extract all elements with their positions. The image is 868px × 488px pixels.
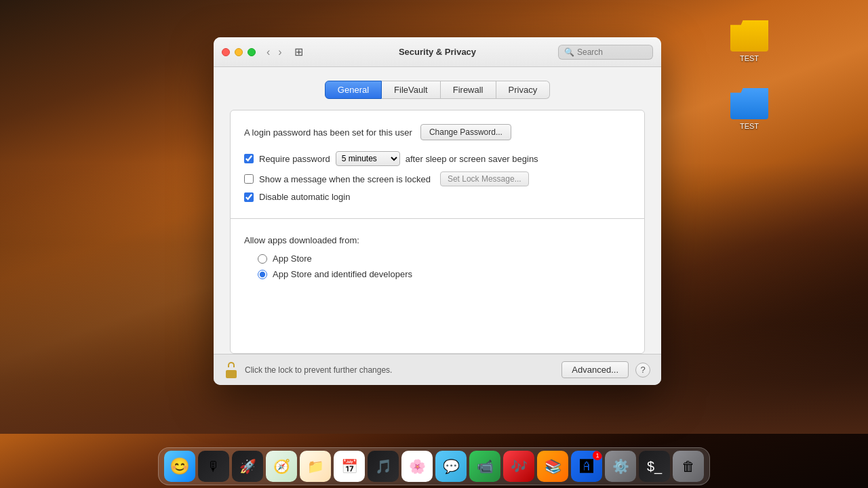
appstore-icon: 🅰 [580, 459, 593, 474]
desktop-icon-yellow[interactable]: TEST [726, 14, 773, 62]
security-privacy-window: ‹ › ⊞ Security & Privacy 🔍 General FileV… [214, 37, 661, 385]
disable-autologin-row: Disable automatic login [244, 192, 631, 202]
lock-body [226, 370, 237, 378]
change-password-button[interactable]: Change Password... [420, 124, 511, 140]
minimize-button[interactable] [235, 48, 243, 56]
lock-shackle [228, 362, 235, 367]
disable-autologin-label: Disable automatic login [259, 192, 350, 202]
itunes-icon: 🎶 [511, 458, 528, 474]
dock-item-appstore[interactable]: 🅰 1 [571, 451, 602, 482]
nav-buttons: ‹ › [264, 45, 285, 60]
desktop-icon-blue[interactable]: TEST [726, 81, 773, 130]
dock-item-launchpad[interactable]: 🚀 [232, 451, 263, 482]
help-button[interactable]: ? [635, 363, 650, 378]
launchpad-icon: 🚀 [239, 458, 256, 474]
maximize-button[interactable] [248, 48, 256, 56]
app-store-identified-label: App Store and identified developers [273, 269, 412, 279]
dock-item-books[interactable]: 📚 [537, 451, 568, 482]
dock-item-facetime[interactable]: 📹 [469, 451, 500, 482]
show-message-label: Show a message when the screen is locked [259, 174, 431, 184]
close-button[interactable] [222, 48, 230, 56]
trash-icon: 🗑 [682, 459, 695, 474]
disable-autologin-checkbox[interactable] [244, 192, 254, 202]
dock: 😊 🎙 🚀 🧭 📁 📅 🎵 🌸 💬 📹 🎶 [158, 447, 710, 485]
require-password-row: Require password immediately 5 seconds 1… [244, 151, 631, 166]
require-password-checkbox[interactable] [244, 154, 254, 163]
systemprefs-icon: ⚙️ [612, 458, 629, 474]
titlebar: ‹ › ⊞ Security & Privacy 🔍 [214, 37, 661, 67]
dock-item-terminal[interactable]: $_ [639, 451, 670, 482]
siri-icon: 🎙 [207, 459, 220, 474]
require-password-dropdown[interactable]: immediately 5 seconds 1 minute 5 minutes… [336, 151, 400, 166]
search-icon: 🔍 [564, 47, 574, 57]
dock-item-calendar[interactable]: 📅 [334, 451, 365, 482]
app-store-identified-radio-row: App Store and identified developers [258, 269, 631, 279]
yellow-folder-icon [730, 14, 768, 52]
login-password-row: A login password has been set for this u… [244, 124, 631, 140]
tabs: General FileVault Firewall Privacy [230, 81, 645, 99]
bottom-bar: Click the lock to prevent further change… [214, 354, 661, 385]
tab-privacy[interactable]: Privacy [496, 81, 551, 99]
search-bar[interactable]: 🔍 [558, 45, 653, 60]
lock-text: Click the lock to prevent further change… [245, 365, 555, 375]
photos-icon: 🌸 [409, 458, 426, 474]
appstore-badge: 1 [593, 451, 602, 460]
terminal-icon: $_ [647, 459, 662, 474]
traffic-lights [222, 48, 256, 56]
login-password-text: A login password has been set for this u… [244, 127, 412, 138]
dock-item-trash[interactable]: 🗑 [673, 451, 704, 482]
section-divider [231, 218, 644, 219]
app-store-identified-radio[interactable] [258, 270, 267, 279]
show-message-checkbox[interactable] [244, 174, 254, 184]
back-button[interactable]: ‹ [264, 45, 273, 60]
messages-icon: 💬 [443, 458, 460, 474]
window-title: Security & Privacy [399, 47, 476, 57]
blue-folder-icon [730, 81, 768, 119]
tab-general[interactable]: General [325, 81, 382, 99]
tab-filevault[interactable]: FileVault [382, 81, 441, 99]
search-input[interactable] [577, 47, 647, 57]
dock-item-systemprefs[interactable]: ⚙️ [605, 451, 636, 482]
yellow-folder-label: TEST [740, 54, 759, 62]
require-password-label: Require password [259, 154, 330, 164]
tab-firewall[interactable]: Firewall [441, 81, 496, 99]
dock-item-photos[interactable]: 🌸 [401, 451, 433, 482]
set-lock-message-button[interactable]: Set Lock Message... [440, 171, 529, 186]
dock-item-messages[interactable]: 💬 [435, 451, 467, 482]
app-store-label: App Store [273, 253, 312, 264]
lock-icon[interactable] [224, 362, 238, 378]
allow-apps-label: Allow apps downloaded from: [244, 235, 631, 245]
require-password-suffix: after sleep or screen saver begins [406, 154, 538, 164]
books-icon: 📚 [545, 458, 561, 474]
safari-icon: 🧭 [273, 458, 290, 474]
app-store-radio-row: App Store [258, 253, 631, 264]
app-store-radio[interactable] [258, 254, 267, 264]
blue-folder-label: TEST [740, 122, 759, 130]
music-icon: 🎵 [375, 458, 392, 474]
calendar-icon: 📅 [341, 458, 358, 474]
dock-item-safari[interactable]: 🧭 [266, 451, 297, 482]
advanced-button[interactable]: Advanced... [561, 361, 629, 378]
show-message-row: Show a message when the screen is locked… [244, 171, 631, 186]
dock-item-music[interactable]: 🎵 [368, 451, 399, 482]
facetime-icon: 📹 [477, 458, 494, 474]
dock-item-itunes[interactable]: 🎶 [503, 451, 534, 482]
files-icon: 📁 [307, 458, 324, 474]
finder-icon: 😊 [170, 457, 190, 476]
dock-item-files[interactable]: 📁 [300, 451, 331, 482]
content-area: General FileVault Firewall Privacy A log… [214, 67, 661, 354]
forward-button[interactable]: › [275, 45, 284, 60]
dock-item-finder[interactable]: 😊 [164, 451, 195, 482]
general-panel: A login password has been set for this u… [230, 110, 645, 354]
desktop: TEST TEST ‹ › ⊞ Security & Privacy 🔍 [0, 0, 868, 488]
grid-button[interactable]: ⊞ [290, 44, 307, 60]
dock-item-siri[interactable]: 🎙 [198, 451, 229, 482]
